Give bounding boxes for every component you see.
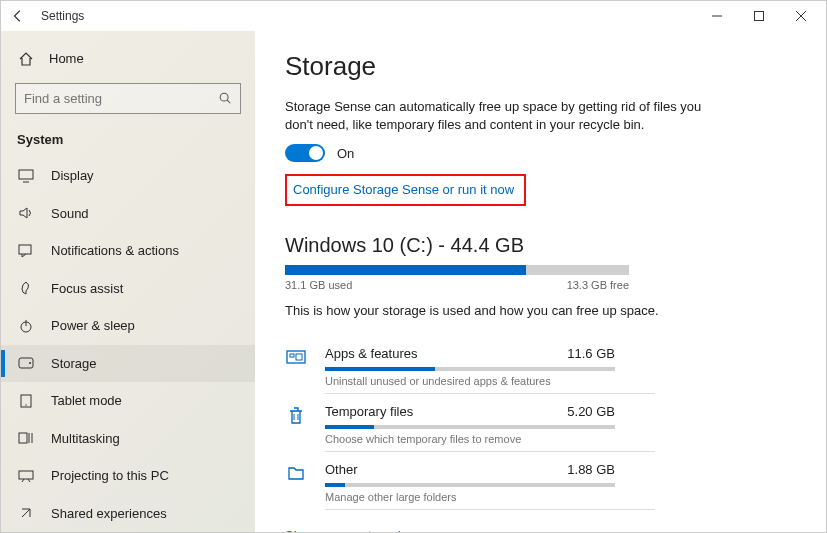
- drive-usage-bar: [285, 265, 629, 275]
- trash-icon: [285, 404, 307, 426]
- nav-label: Projecting to this PC: [51, 468, 169, 483]
- window-title: Settings: [41, 9, 84, 23]
- home-nav[interactable]: Home: [1, 41, 255, 77]
- cat-sub: Manage other large folders: [325, 491, 776, 503]
- nav-label: Sound: [51, 206, 89, 221]
- folder-icon: [285, 462, 307, 482]
- used-label: 31.1 GB used: [285, 279, 352, 291]
- nav-label: Notifications & actions: [51, 243, 179, 258]
- multitasking-icon: [17, 432, 35, 444]
- maximize-button[interactable]: [738, 2, 780, 30]
- nav-label: Shared experiences: [51, 506, 167, 521]
- svg-line-3: [227, 101, 230, 104]
- home-label: Home: [49, 51, 84, 66]
- cat-size: 11.6 GB: [567, 346, 615, 361]
- category-other[interactable]: Other1.88 GB Manage other large folders: [285, 452, 776, 509]
- svg-rect-4: [19, 170, 33, 179]
- category-apps[interactable]: Apps & features11.6 GB Uninstall unused …: [285, 336, 776, 393]
- nav-label: Tablet mode: [51, 393, 122, 408]
- power-icon: [17, 319, 35, 333]
- focus-icon: [17, 281, 35, 295]
- search-icon: [218, 91, 232, 105]
- back-button[interactable]: [9, 7, 27, 25]
- display-icon: [17, 169, 35, 183]
- nav-multitasking[interactable]: Multitasking: [1, 420, 255, 457]
- svg-point-2: [220, 94, 228, 102]
- svg-rect-13: [19, 433, 27, 443]
- sound-icon: [17, 206, 35, 220]
- nav-storage[interactable]: Storage: [1, 345, 255, 382]
- highlight-annotation: Configure Storage Sense or run it now: [285, 174, 526, 206]
- nav-label: Multitasking: [51, 431, 120, 446]
- svg-rect-16: [19, 471, 33, 479]
- svg-point-12: [25, 404, 26, 405]
- nav-tablet[interactable]: Tablet mode: [1, 382, 255, 419]
- storage-icon: [17, 357, 35, 369]
- tablet-icon: [17, 394, 35, 408]
- nav-display[interactable]: Display: [1, 157, 255, 194]
- cat-size: 5.20 GB: [567, 404, 615, 419]
- configure-storage-sense-link[interactable]: Configure Storage Sense or run it now: [293, 182, 514, 197]
- notifications-icon: [17, 244, 35, 258]
- drive-usage-fill: [285, 265, 526, 275]
- toggle-state-label: On: [337, 146, 354, 161]
- search-box[interactable]: [15, 83, 241, 115]
- cat-name: Temporary files: [325, 404, 413, 419]
- nav-shared[interactable]: Shared experiences: [1, 494, 255, 531]
- svg-rect-18: [290, 354, 294, 357]
- svg-rect-1: [755, 12, 764, 21]
- nav-label: Display: [51, 168, 94, 183]
- section-label: System: [1, 128, 255, 157]
- cat-sub: Uninstall unused or undesired apps & fea…: [325, 375, 776, 387]
- nav-projecting[interactable]: Projecting to this PC: [1, 457, 255, 494]
- shared-icon: [17, 506, 35, 520]
- divider: [325, 509, 655, 510]
- apps-icon: [285, 346, 307, 366]
- cat-name: Other: [325, 462, 358, 477]
- close-button[interactable]: [780, 2, 822, 30]
- category-temp[interactable]: Temporary files5.20 GB Choose which temp…: [285, 394, 776, 451]
- nav-power[interactable]: Power & sleep: [1, 307, 255, 344]
- minimize-button[interactable]: [696, 2, 738, 30]
- free-label: 13.3 GB free: [567, 279, 629, 291]
- nav-notifications[interactable]: Notifications & actions: [1, 232, 255, 269]
- storage-sense-description: Storage Sense can automatically free up …: [285, 98, 705, 134]
- nav-focus-assist[interactable]: Focus assist: [1, 270, 255, 307]
- nav-sound[interactable]: Sound: [1, 195, 255, 232]
- nav-label: Focus assist: [51, 281, 123, 296]
- home-icon: [17, 51, 35, 67]
- cat-name: Apps & features: [325, 346, 418, 361]
- how-line: This is how your storage is used and how…: [285, 303, 776, 318]
- cat-sub: Choose which temporary files to remove: [325, 433, 776, 445]
- content-pane: Storage Storage Sense can automatically …: [255, 31, 826, 532]
- storage-sense-toggle[interactable]: [285, 144, 325, 162]
- page-title: Storage: [285, 51, 776, 82]
- svg-rect-6: [19, 245, 31, 254]
- drive-title: Windows 10 (C:) - 44.4 GB: [285, 234, 776, 257]
- cat-size: 1.88 GB: [567, 462, 615, 477]
- sidebar: Home System Display Sound Notifications …: [1, 31, 255, 532]
- nav-label: Storage: [51, 356, 97, 371]
- nav-label: Power & sleep: [51, 318, 135, 333]
- show-more-categories-link[interactable]: Show more categories: [285, 528, 414, 532]
- svg-rect-19: [296, 354, 302, 360]
- search-input[interactable]: [24, 91, 204, 106]
- svg-point-10: [29, 362, 31, 364]
- projecting-icon: [17, 470, 35, 482]
